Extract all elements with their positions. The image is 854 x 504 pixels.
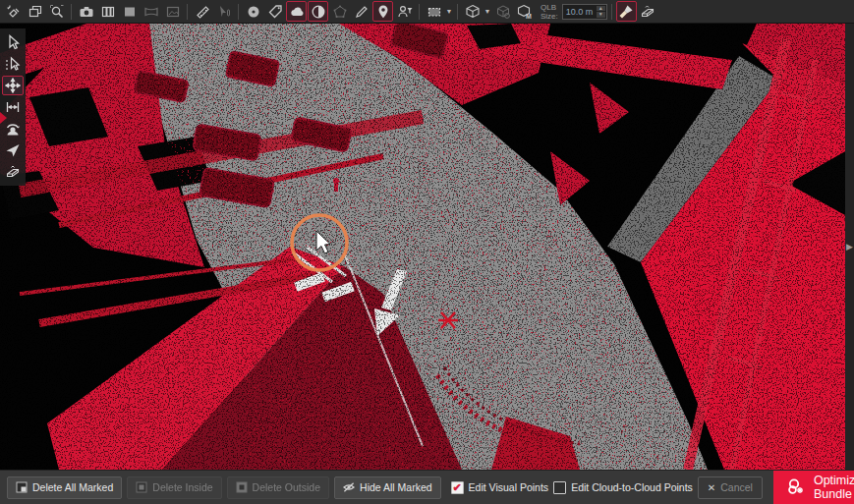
delete-marked-icon [16,481,28,493]
button-label: Delete Inside [152,481,212,493]
erase-tool-icon[interactable] [2,162,24,182]
split-view-icon[interactable] [97,1,118,22]
close-icon: ✕ [708,482,715,493]
svg-text:M: M [526,12,532,19]
application-window: ▼ ▼ M QLB Size: 10.0 m ▲▼ [0,0,854,504]
qlb-size-input[interactable]: 10.0 m ▲▼ [562,4,607,20]
qlb-cube-dropdown-caret[interactable]: ▼ [484,1,491,22]
cancel-button[interactable]: ✕ Cancel [698,476,763,499]
hide-all-marked-button[interactable]: Hide All Marked [334,476,441,499]
qlb-cube-icon[interactable] [462,1,483,22]
point-cloud-viewport[interactable]: ▶ [0,24,854,470]
qlb-size-label: QLB Size: [541,3,558,21]
viewport-tool-palette [0,28,26,186]
point-cloud-icon[interactable] [286,1,307,22]
delete-outside-icon [236,481,248,493]
measure-icon[interactable] [192,1,212,22]
checkbox-label: Edit Visual Points [469,481,549,493]
qlb-size-stepper[interactable]: ▲▼ [597,6,605,18]
eraser-icon[interactable] [638,1,658,22]
right-panel-strip: ▶ [845,24,854,470]
marquee-dropdown-caret[interactable]: ▼ [445,1,453,22]
checkmark-icon: ✔ [452,482,461,493]
cursor-info-icon[interactable] [213,1,234,22]
transform-tool-icon[interactable] [3,1,24,22]
clean-brush-icon[interactable] [616,1,637,22]
button-label: Optimize Bundle [814,474,854,501]
hide-marked-eye-slash-icon [343,481,355,493]
toolbar-separator [611,4,612,20]
qlb-cube-alt-icon[interactable] [492,1,513,22]
panel-expander-icon[interactable]: ▶ [846,242,853,252]
user-filter-icon[interactable] [394,1,415,22]
cascade-windows-icon[interactable] [25,1,45,22]
disc-icon[interactable] [243,1,263,22]
pan-tool-icon[interactable] [2,76,24,95]
bundle-icon [785,476,807,498]
mesh-icon[interactable] [329,1,350,22]
checkbox-box[interactable]: ✔ [451,481,464,494]
button-label: Cancel [720,481,753,493]
toolbar-separator [457,4,458,20]
laser-scan-icon[interactable] [308,1,328,22]
delete-inside-icon [136,481,147,493]
delete-all-marked-button[interactable]: Delete All Marked [7,476,122,499]
tag-icon[interactable] [264,1,285,22]
button-label: Delete Outside [253,481,320,493]
location-pin-icon[interactable] [372,1,393,22]
marquee-select-icon[interactable] [424,1,444,22]
edit-visual-points-checkbox[interactable]: ✔ Edit Visual Points [451,481,549,494]
image-view-icon[interactable] [162,1,183,22]
fly-tool-icon[interactable] [2,140,24,160]
toolbar-separator [187,4,188,20]
bottom-action-bar: Delete All Marked Delete Inside Delete O… [0,470,854,504]
edit-cloud-to-cloud-points-checkbox[interactable]: ✔ Edit Cloud-to-Cloud Points [553,481,693,494]
toolbar-separator [419,4,420,20]
point-cloud-scene [0,24,854,470]
toolbar-separator [71,4,72,20]
qlb-cube-m-icon[interactable]: M [514,1,535,22]
select-tool-icon[interactable] [2,32,24,52]
checkbox-box[interactable]: ✔ [553,481,566,494]
active-tool-indicator-arrow [0,112,7,124]
toolbar-separator [238,4,239,20]
delete-inside-button[interactable]: Delete Inside [127,476,221,499]
button-label: Delete All Marked [32,481,113,493]
panorama-view-icon[interactable] [141,1,161,22]
zoom-region-icon[interactable] [46,1,67,22]
checkbox-label: Edit Cloud-to-Cloud Points [571,481,693,493]
camera-view-icon[interactable] [76,1,96,22]
draw-icon[interactable] [351,1,371,22]
marquee-select-tool-icon[interactable] [2,54,24,74]
qlb-size-value: 10.0 m [566,7,594,17]
top-toolbar: ▼ ▼ M QLB Size: 10.0 m ▲▼ [0,0,854,24]
button-label: Hide All Marked [360,481,432,493]
delete-outside-button[interactable]: Delete Outside [227,476,329,499]
optimize-bundle-button[interactable]: Optimize Bundle [773,471,854,504]
solid-view-icon[interactable] [119,1,140,22]
